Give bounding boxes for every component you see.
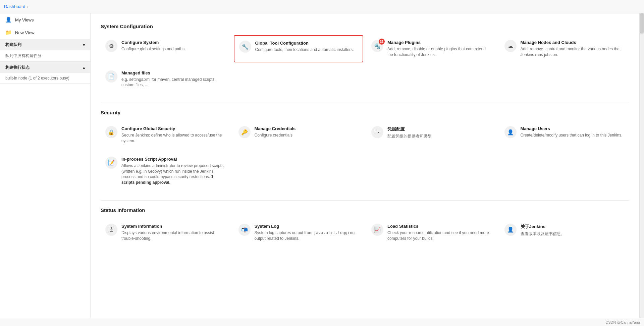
- card-manage-plugins-title: Manage Plugins: [387, 40, 492, 45]
- divider-2: [101, 200, 629, 201]
- card-load-statistics[interactable]: 📈 Load Statistics Check your resource ut…: [367, 219, 496, 246]
- sidebar: 👤 My Views 📁 New View 构建队列 ▾ 队列中没有构建任务 构…: [0, 13, 91, 318]
- footer-text: CSDN @CarinaYang: [605, 320, 640, 324]
- card-system-log-content: System Log System log captures output fr…: [255, 224, 359, 241]
- sidebar-item-new-view[interactable]: 📁 New View: [0, 26, 90, 39]
- card-credentials-config-title: 凭据配置: [387, 126, 432, 132]
- system-config-grid: ⚙ Configure System Configure global sett…: [101, 35, 629, 62]
- card-configure-global-security[interactable]: 🔒 Configure Global Security Secure Jenki…: [101, 121, 230, 149]
- card-system-info-title: System Information: [121, 224, 226, 229]
- card-global-tool-title: Global Tool Configuration: [255, 41, 354, 46]
- card-manage-credentials-title: Manage Credentials: [255, 126, 296, 131]
- system-config-grid-row2: 📄 Managed files e.g. settings.xml for ma…: [101, 66, 629, 93]
- card-manage-plugins-desc: Add, remove, disable or enable plugins t…: [387, 46, 492, 58]
- cloud-icon: ☁: [504, 40, 517, 52]
- card-system-log-desc: System log captures output from java.uti…: [255, 230, 359, 241]
- build-exec-content: built-in node (1 of 2 executors busy): [0, 73, 90, 84]
- card-credentials-config-desc: 配置凭据的提供者和类型: [387, 133, 432, 139]
- log-icon: 📬: [238, 224, 251, 236]
- card-load-stats-title: Load Statistics: [387, 224, 492, 229]
- card-about-jenkins[interactable]: 👤 关于Jenkins 查看版本以及证书信息。: [500, 219, 630, 246]
- card-manage-users-title: Manage Users: [521, 126, 623, 131]
- card-manage-plugins[interactable]: 🔩 31 Manage Plugins Add, remove, disable…: [367, 35, 496, 62]
- card-configure-system[interactable]: ⚙ Configure System Configure global sett…: [101, 35, 230, 62]
- breadcrumb-home[interactable]: Dashboard: [4, 4, 25, 9]
- card-manage-nodes[interactable]: ☁ Manage Nodes and Clouds Add, remove, c…: [500, 35, 630, 62]
- card-system-information[interactable]: 🗄 System Information Displays various en…: [101, 219, 230, 246]
- about-icon: 👤: [504, 224, 517, 236]
- card-manage-nodes-title: Manage Nodes and Clouds: [521, 40, 625, 45]
- sidebar-my-views-label: My Views: [15, 17, 34, 22]
- sidebar-item-my-views[interactable]: 👤 My Views: [0, 13, 90, 26]
- file-icon: 📄: [105, 70, 117, 83]
- status-grid: 🗄 System Information Displays various en…: [101, 219, 629, 246]
- scrollbar-thumb: [640, 13, 644, 34]
- sidebar-new-view-label: New View: [15, 30, 35, 35]
- card-managed-files-content: Managed files e.g. settings.xml for mave…: [121, 70, 226, 88]
- card-configure-system-title: Configure System: [121, 40, 185, 45]
- card-load-stats-desc: Check your resource utilization and see …: [387, 230, 492, 241]
- card-manage-nodes-content: Manage Nodes and Clouds Add, remove, con…: [521, 40, 625, 58]
- card-global-security-content: Configure Global Security Secure Jenkins…: [121, 126, 226, 144]
- card-global-tool-desc: Configure tools, their locations and aut…: [255, 47, 354, 53]
- card-managed-files-title: Managed files: [121, 70, 226, 75]
- wrench-icon: 🔧: [239, 41, 251, 53]
- gear-icon: ⚙: [105, 40, 117, 52]
- build-queue-content: 队列中没有构建任务: [0, 50, 90, 62]
- script-icon: 📝: [105, 157, 117, 169]
- card-configure-system-desc: Configure global settings and paths.: [121, 46, 185, 52]
- card-global-tool-config[interactable]: 🔧 Global Tool Configuration Configure to…: [234, 35, 364, 62]
- chevron-up-icon: ▴: [83, 65, 85, 70]
- card-script-approval-content: In-process Script Approval Allows a Jenk…: [121, 157, 226, 185]
- chevron-down-icon: ▾: [83, 43, 85, 47]
- right-scrollbar[interactable]: [639, 13, 644, 318]
- layout: 👤 My Views 📁 New View 构建队列 ▾ 队列中没有构建任务 构…: [0, 13, 644, 318]
- sidebar-section-build-queue[interactable]: 构建队列 ▾: [0, 39, 90, 50]
- card-manage-credentials-content: Manage Credentials Configure credentials: [255, 126, 296, 138]
- build-exec-label: 构建执行状态: [5, 65, 30, 70]
- bottom-bar: CSDN @CarinaYang: [0, 318, 644, 326]
- card-system-log[interactable]: 📬 System Log System log captures output …: [234, 219, 364, 246]
- card-script-approval-title: In-process Script Approval: [121, 157, 226, 162]
- security-grid-row2: 📝 In-process Script Approval Allows a Je…: [101, 152, 629, 190]
- status-section-title: Status Information: [101, 207, 629, 213]
- main-content: System Configuration ⚙ Configure System …: [91, 13, 639, 318]
- chart-icon: 📈: [371, 224, 383, 236]
- top-bar: Dashboard ›: [0, 0, 644, 13]
- card-manage-nodes-desc: Add, remove, control and monitor the var…: [521, 46, 625, 58]
- card-managed-files[interactable]: 📄 Managed files e.g. settings.xml for ma…: [101, 66, 230, 93]
- system-config-section-title: System Configuration: [101, 23, 629, 29]
- security-section-title: Security: [101, 110, 629, 115]
- card-configure-system-content: Configure System Configure global settin…: [121, 40, 185, 52]
- card-manage-users-desc: Create/delete/modify users that can log …: [521, 132, 623, 138]
- card-system-info-content: System Information Displays various envi…: [121, 224, 226, 241]
- build-queue-label: 构建队列: [5, 42, 21, 48]
- sidebar-section-build-exec[interactable]: 构建执行状态 ▴: [0, 62, 90, 73]
- card-credentials-config[interactable]: 🗝 凭据配置 配置凭据的提供者和类型: [367, 121, 496, 149]
- breadcrumb-separator: ›: [28, 5, 29, 9]
- card-global-tool-content: Global Tool Configuration Configure tool…: [255, 41, 354, 53]
- card-global-security-title: Configure Global Security: [121, 126, 226, 131]
- person-icon: 👤: [5, 17, 12, 23]
- card-about-jenkins-content: 关于Jenkins 查看版本以及证书信息。: [521, 224, 565, 237]
- breadcrumb: Dashboard ›: [4, 4, 31, 9]
- plugin-icon: 🔩 31: [371, 40, 383, 52]
- card-about-jenkins-desc: 查看版本以及证书信息。: [521, 231, 565, 237]
- card-manage-users-content: Manage Users Create/delete/modify users …: [521, 126, 623, 138]
- plugins-badge: 31: [379, 39, 385, 45]
- card-manage-credentials[interactable]: 🔑 Manage Credentials Configure credentia…: [234, 121, 364, 149]
- card-system-info-desc: Displays various environmental informati…: [121, 230, 226, 241]
- card-global-security-desc: Secure Jenkins: define who is allowed to…: [121, 132, 226, 144]
- card-manage-plugins-content: Manage Plugins Add, remove, disable or e…: [387, 40, 492, 58]
- card-credentials-config-content: 凭据配置 配置凭据的提供者和类型: [387, 126, 432, 139]
- card-script-approval[interactable]: 📝 In-process Script Approval Allows a Je…: [101, 152, 230, 190]
- card-manage-users[interactable]: 👤 Manage Users Create/delete/modify user…: [500, 121, 630, 149]
- lock-icon: 🔒: [105, 126, 117, 138]
- database-icon: 🗄: [105, 224, 117, 236]
- card-manage-credentials-desc: Configure credentials: [255, 132, 296, 138]
- card-about-jenkins-title: 关于Jenkins: [521, 224, 565, 230]
- card-script-approval-desc: Allows a Jenkins administrator to review…: [121, 163, 226, 185]
- users-icon: 👤: [504, 126, 517, 138]
- key-icon: 🔑: [238, 126, 251, 138]
- key2-icon: 🗝: [371, 126, 383, 138]
